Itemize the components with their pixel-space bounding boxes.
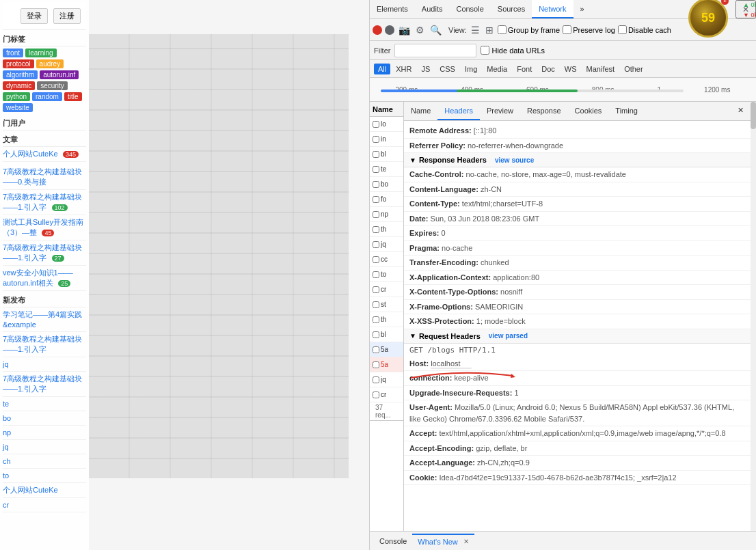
- tag-title[interactable]: title: [64, 92, 82, 101]
- req-checkbox[interactable]: [373, 136, 379, 143]
- console-tab[interactable]: Console: [374, 534, 412, 548]
- request-item[interactable]: cc: [370, 252, 403, 267]
- request-item-highlighted[interactable]: 5a: [370, 357, 403, 372]
- req-checkbox[interactable]: [373, 181, 379, 188]
- new-article-link[interactable]: to: [3, 471, 9, 480]
- tag-front[interactable]: front: [3, 49, 23, 57]
- detail-close-button[interactable]: ✕: [731, 102, 751, 120]
- scrollbar-thumb[interactable]: [751, 102, 756, 129]
- new-article-link[interactable]: te: [3, 400, 9, 408]
- new-article-link[interactable]: jq: [3, 443, 9, 451]
- camera-button[interactable]: 📷: [397, 23, 411, 37]
- tab-network[interactable]: Network: [532, 0, 573, 18]
- view-source-link[interactable]: view source: [495, 156, 534, 164]
- detail-tab-preview[interactable]: Preview: [480, 102, 520, 120]
- login-button[interactable]: 登录: [21, 8, 48, 24]
- tag-random[interactable]: random: [32, 92, 62, 101]
- req-checkbox[interactable]: [373, 226, 379, 233]
- request-headers-section[interactable]: ▼ Request Headers view parsed: [404, 329, 751, 344]
- req-checkbox[interactable]: [373, 211, 379, 218]
- req-checkbox[interactable]: [373, 151, 379, 158]
- req-checkbox[interactable]: [373, 166, 379, 173]
- tag-learning[interactable]: learning: [25, 49, 57, 57]
- request-item[interactable]: lo: [370, 117, 403, 132]
- detail-tab-timing[interactable]: Timing: [608, 102, 645, 120]
- req-checkbox[interactable]: [373, 241, 379, 248]
- tag-website[interactable]: website: [3, 103, 33, 112]
- search-button[interactable]: 🔍: [429, 23, 443, 37]
- request-item[interactable]: to: [370, 267, 403, 282]
- filter-tab-all[interactable]: All: [374, 64, 390, 74]
- tab-sources[interactable]: Sources: [491, 0, 532, 18]
- req-checkbox[interactable]: [373, 271, 379, 278]
- tag-security[interactable]: security: [37, 81, 67, 90]
- new-article-link[interactable]: ch: [3, 457, 11, 465]
- req-checkbox[interactable]: [373, 361, 379, 368]
- tag-python[interactable]: python: [3, 92, 30, 101]
- req-checkbox[interactable]: [373, 316, 379, 323]
- new-article-link[interactable]: 7高级教程之构建基础块——1.引入字: [3, 335, 82, 353]
- request-item[interactable]: th: [370, 222, 403, 237]
- request-item[interactable]: in: [370, 132, 403, 147]
- stop-button[interactable]: [385, 25, 394, 35]
- req-checkbox[interactable]: [373, 346, 379, 353]
- filter-tab-ws[interactable]: WS: [561, 64, 581, 74]
- whats-new-tab[interactable]: What's New ✕: [412, 534, 474, 549]
- request-item[interactable]: bl: [370, 147, 403, 162]
- tab-more[interactable]: »: [573, 0, 591, 18]
- response-headers-section[interactable]: ▼ Response Headers view source: [404, 153, 751, 167]
- tag-protocol[interactable]: protocol: [3, 59, 34, 68]
- scrollbar[interactable]: [751, 102, 756, 531]
- request-item-selected[interactable]: 5a: [370, 342, 403, 357]
- tag-autorun[interactable]: autorun.inf: [40, 70, 79, 79]
- filter-toggle-button[interactable]: ⚙: [414, 23, 426, 37]
- request-item[interactable]: bo: [370, 177, 403, 192]
- request-item[interactable]: st: [370, 297, 403, 312]
- article-link[interactable]: 7高级教程之构建基础块——1.引入字: [3, 193, 82, 211]
- request-item[interactable]: np: [370, 207, 403, 222]
- new-article-link[interactable]: jq: [3, 360, 9, 368]
- disable-cache-checkbox[interactable]: [618, 25, 627, 34]
- req-checkbox[interactable]: [373, 331, 379, 338]
- tag-dynamic[interactable]: dynamic: [3, 81, 35, 90]
- filter-input[interactable]: [394, 44, 476, 57]
- detail-tab-response[interactable]: Response: [520, 102, 568, 120]
- whats-new-close[interactable]: ✕: [463, 538, 469, 545]
- preserve-log-checkbox[interactable]: [563, 25, 571, 34]
- detail-tab-cookies[interactable]: Cookies: [568, 102, 609, 120]
- filter-tab-font[interactable]: Font: [513, 64, 536, 74]
- tab-audits[interactable]: Audits: [415, 0, 450, 18]
- detail-tab-headers[interactable]: Headers: [437, 102, 480, 120]
- view-parsed-link[interactable]: view parsed: [489, 332, 528, 340]
- request-item[interactable]: bl: [370, 327, 403, 342]
- filter-tab-js[interactable]: JS: [417, 64, 434, 74]
- view-list-button[interactable]: ☰: [470, 23, 481, 37]
- article-link[interactable]: 7高级教程之构建基础块——0.类与接: [3, 167, 82, 186]
- tab-elements[interactable]: Elements: [370, 0, 415, 18]
- hide-data-urls-checkbox[interactable]: [481, 46, 489, 55]
- request-item[interactable]: jq: [370, 372, 403, 387]
- new-article-link[interactable]: cr: [3, 501, 9, 509]
- record-button[interactable]: [373, 25, 382, 35]
- detail-tab-name[interactable]: Name: [404, 102, 437, 120]
- tag-audrey[interactable]: audrey: [36, 59, 64, 68]
- req-checkbox[interactable]: [373, 391, 379, 398]
- req-checkbox[interactable]: [373, 301, 379, 308]
- filter-tab-img[interactable]: Img: [461, 64, 481, 74]
- filter-tab-doc[interactable]: Doc: [537, 64, 559, 74]
- new-article-link[interactable]: np: [3, 428, 11, 437]
- filter-tab-css[interactable]: CSS: [435, 64, 459, 74]
- new-article-link[interactable]: bo: [3, 414, 11, 422]
- tag-algorithm[interactable]: algorithm: [3, 70, 38, 79]
- request-item[interactable]: te: [370, 162, 403, 177]
- req-checkbox[interactable]: [373, 376, 379, 383]
- request-item[interactable]: th: [370, 312, 403, 327]
- view-grid-button[interactable]: ⊞: [484, 23, 495, 37]
- filter-tab-manifest[interactable]: Manifest: [582, 64, 619, 74]
- article-link[interactable]: 7高级教程之构建基础块——1.引入字: [3, 243, 82, 262]
- new-article-link[interactable]: 7高级教程之构建基础块——1.引入字: [3, 374, 82, 393]
- new-article-link[interactable]: 学习笔记——第4篇实践&example: [3, 310, 82, 329]
- request-item[interactable]: fo: [370, 192, 403, 207]
- group-by-frame-checkbox[interactable]: [498, 25, 507, 34]
- filter-tab-media[interactable]: Media: [483, 64, 511, 74]
